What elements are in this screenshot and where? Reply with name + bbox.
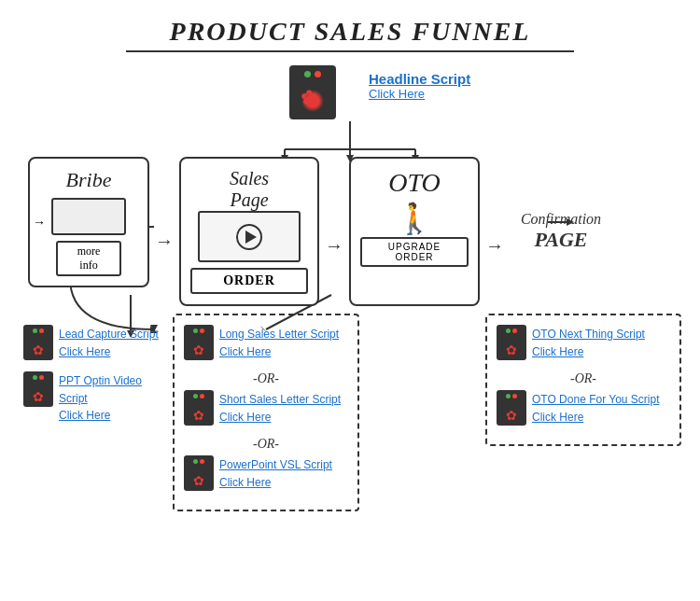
funnel-area: Headline Script Click Here → Bribe more … xyxy=(14,63,686,586)
mini-dot-red-6 xyxy=(512,328,517,333)
ppt-optin-link-block: PPT Optin Video Script Click Here xyxy=(59,371,159,423)
right-scripts-box: ✿ OTO Next Thing Script Click Here -OR- xyxy=(485,314,681,446)
ppt-vsl-script-item: ✿ PowerPoint VSL Script Click Here xyxy=(184,455,348,491)
short-sales-click-here: Click Here xyxy=(219,411,271,424)
mini-dot-green-1 xyxy=(33,328,37,333)
sales-page-card: Sales Page ORDER xyxy=(179,157,319,306)
stick-figure: 🚶 xyxy=(360,203,469,233)
page-container: PRODUCT SALES FUNNEL xyxy=(0,0,700,601)
mini-flower-7: ✿ xyxy=(506,408,517,423)
oto-next-thing-script-item: ✿ OTO Next Thing Script Click Here xyxy=(497,325,670,360)
mini-dots-6 xyxy=(506,328,517,333)
confirm-text: Confirmation PAGE xyxy=(521,211,601,252)
mini-dot-red-4 xyxy=(200,394,204,398)
mini-dots-5 xyxy=(193,459,204,464)
arrow-bribe-sales: → xyxy=(155,231,174,252)
bribe-title: Bribe xyxy=(39,168,138,192)
bribe-inner-box xyxy=(51,198,126,235)
mini-dots-3 xyxy=(193,328,204,333)
ppt-optin-click-here: Click Here xyxy=(59,409,110,422)
mini-dots-1 xyxy=(33,328,44,333)
sales-title: Sales Page xyxy=(190,168,308,211)
dot-green xyxy=(304,71,311,77)
mini-dot-green-7 xyxy=(506,394,511,398)
arrow-oto-confirm: → xyxy=(485,235,504,257)
left-scripts: ✿ Lead Capture Script Click Here xyxy=(23,325,159,434)
oto-card: OTO 🚶 UPGRADE ORDER xyxy=(349,157,480,306)
headline-click-here: Click Here xyxy=(369,87,470,101)
oto-done-link-block: OTO Done For You Script Click Here xyxy=(532,390,660,425)
play-triangle xyxy=(245,231,257,244)
ppt-vsl-click-here-link[interactable]: Click Here xyxy=(219,473,332,490)
or-text-1: -OR- xyxy=(184,371,348,386)
ppt-vsl-link-block: PowerPoint VSL Script Click Here xyxy=(219,455,332,490)
ppt-optin-script-label: PPT Optin Video Script xyxy=(59,374,142,405)
ppt-vsl-script-label: PowerPoint VSL Script xyxy=(219,458,332,471)
ppt-optin-book-icon: ✿ xyxy=(23,371,53,407)
confirm-top: Confirmation xyxy=(521,211,601,228)
ppt-optin-script-link[interactable]: PPT Optin Video Script xyxy=(59,371,159,406)
mini-flower-1: ✿ xyxy=(33,342,44,357)
mini-flower-6: ✿ xyxy=(506,342,517,357)
order-button: ORDER xyxy=(190,268,308,294)
short-sales-script-label: Short Sales Letter Script xyxy=(219,393,341,406)
mini-dot-red-7 xyxy=(512,394,517,398)
mini-dot-green-4 xyxy=(193,394,198,398)
long-sales-script-label: Long Sales Letter Script xyxy=(219,328,339,341)
arrow-sales-oto: → xyxy=(325,235,343,257)
or-text-3: -OR- xyxy=(497,371,670,386)
title-underline xyxy=(126,50,574,52)
short-sales-book-icon: ✿ xyxy=(184,390,214,426)
long-sales-link-block: Long Sales Letter Script Click Here xyxy=(219,325,339,359)
oto-next-link-block: OTO Next Thing Script Click Here xyxy=(532,325,645,359)
lead-capture-script-label: Lead Capture Script xyxy=(59,328,159,341)
oto-next-script-link[interactable]: OTO Next Thing Script xyxy=(532,325,645,342)
headline-script-label: Headline Script xyxy=(369,71,470,87)
long-sales-script-item: ✿ Long Sales Letter Script Click Here xyxy=(184,325,348,360)
oto-done-book-icon: ✿ xyxy=(497,390,526,426)
long-sales-script-link[interactable]: Long Sales Letter Script xyxy=(219,325,339,342)
mini-dots-2 xyxy=(33,375,44,380)
bribe-card: → Bribe more info xyxy=(28,157,149,287)
oto-done-script-link[interactable]: OTO Done For You Script xyxy=(532,390,660,408)
mini-dots-7 xyxy=(506,394,517,398)
mini-dot-green-6 xyxy=(506,328,511,333)
ppt-vsl-book-icon: ✿ xyxy=(184,455,214,491)
book-icon xyxy=(289,65,336,119)
mini-dot-green-5 xyxy=(193,459,198,464)
headline-script-link[interactable]: Headline Script Click Here xyxy=(369,71,470,101)
oto-done-click-here-link[interactable]: Click Here xyxy=(532,408,660,425)
dot-red xyxy=(315,71,321,77)
play-button xyxy=(236,224,262,250)
ppt-optin-click-here-link[interactable]: Click Here xyxy=(59,406,159,423)
page-title: PRODUCT SALES FUNNEL xyxy=(9,17,691,47)
ppt-vsl-click-here: Click Here xyxy=(219,476,271,489)
ppt-vsl-script-link[interactable]: PowerPoint VSL Script xyxy=(219,455,332,473)
lead-capture-link-block: Lead Capture Script Click Here xyxy=(59,325,159,359)
lead-capture-script-item: ✿ Lead Capture Script Click Here xyxy=(23,325,159,360)
oto-title: OTO xyxy=(360,168,469,198)
sales-video-box xyxy=(198,211,301,262)
mini-flower-4: ✿ xyxy=(193,408,204,423)
middle-scripts-box: ✿ Long Sales Letter Script Click Here -O… xyxy=(173,314,359,511)
mini-flower-2: ✿ xyxy=(33,389,44,404)
upgrade-button: UPGRADE ORDER xyxy=(360,237,469,267)
short-sales-script-link[interactable]: Short Sales Letter Script xyxy=(219,390,341,408)
book-dots xyxy=(304,71,321,77)
oto-done-script-item: ✿ OTO Done For You Script Click Here xyxy=(497,390,670,426)
flower-icon xyxy=(301,90,324,112)
mini-dot-green-3 xyxy=(193,328,198,333)
short-sales-click-here-link[interactable]: Click Here xyxy=(219,408,341,425)
oto-next-click-here-link[interactable]: Click Here xyxy=(532,342,645,359)
bribe-arrow: → xyxy=(33,215,46,230)
mini-dot-red-5 xyxy=(200,459,204,464)
long-sales-click-here: Click Here xyxy=(219,345,271,358)
oto-next-click-here: Click Here xyxy=(532,345,583,358)
long-sales-click-here-link[interactable]: Click Here xyxy=(219,342,339,359)
lead-capture-click-here-link[interactable]: Click Here xyxy=(59,342,159,359)
or-text-2: -OR- xyxy=(184,437,348,452)
lead-capture-script-link[interactable]: Lead Capture Script xyxy=(59,325,159,342)
long-sales-book-icon: ✿ xyxy=(184,325,214,360)
mini-dot-green-2 xyxy=(33,375,37,380)
top-book-icon-area xyxy=(289,65,336,119)
